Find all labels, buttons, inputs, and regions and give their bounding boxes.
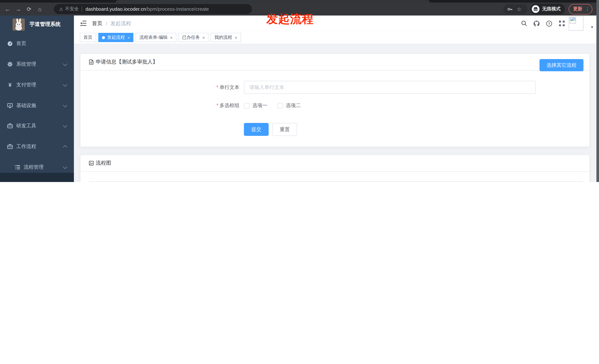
sidebar-item-label: 支付管理: [16, 82, 36, 88]
sidebar-item-system[interactable]: 系统管理: [0, 55, 74, 74]
flow-card-header: 流程图: [80, 155, 589, 172]
briefcase-icon: [7, 144, 13, 150]
apply-info-card-header: 申请信息【测试多审批人】 选择其它流程: [80, 54, 589, 70]
url-path: /bpm/process-instance/create: [146, 6, 209, 12]
github-icon[interactable]: [530, 16, 543, 31]
address-bar[interactable]: ⚠ 不安全 dashboard.yudao.iocoder.cn/bpm/pro…: [54, 4, 252, 14]
breadcrumb-home[interactable]: 首页: [92, 20, 102, 27]
url-divider: [82, 7, 82, 12]
avatar[interactable]: [569, 16, 583, 31]
browser-right-controls: ☆ 无痕模式 更新 ⋮: [503, 3, 592, 16]
bpmn-canvas[interactable]: 1.1 1.2: [89, 181, 583, 182]
image-icon: [89, 161, 94, 166]
app-logo-avatar: [13, 18, 25, 30]
browser-active-tab[interactable]: [116, 0, 430, 3]
sidebar: 芋道管理系统 首页 系统管理 ¥ 支付管理 基础设施: [0, 16, 74, 182]
page-scrollbar[interactable]: [596, 0, 599, 182]
checkbox-box[interactable]: [277, 103, 283, 108]
breadcrumb: 首页 / 发起流程: [92, 16, 131, 31]
sidebar-item-label: 基础设施: [16, 102, 36, 109]
browser-menu-icon[interactable]: ⋮: [585, 7, 590, 11]
sidebar-item-task-mgmt[interactable]: 任务管理: [0, 179, 74, 182]
sidebar-item-payment[interactable]: ¥ 支付管理: [0, 76, 74, 94]
sidebar-item-home[interactable]: 首页: [0, 34, 74, 53]
tag-my-process[interactable]: 我的流程 ×: [211, 33, 241, 42]
close-icon[interactable]: ×: [235, 35, 237, 40]
chevron-down-icon: [63, 62, 67, 66]
home-icon[interactable]: ⌂: [34, 6, 45, 12]
flow-diagram-card: 流程图: [80, 155, 590, 182]
field-label: *单行文本: [188, 84, 239, 91]
back-icon[interactable]: ←: [2, 6, 13, 12]
single-line-text-input[interactable]: [244, 81, 536, 94]
reload-icon[interactable]: ⟳: [24, 6, 34, 12]
close-icon[interactable]: ×: [170, 35, 173, 40]
app-title: 芋道管理系统: [30, 21, 61, 28]
app-logo-row[interactable]: 芋道管理系统: [0, 17, 74, 32]
extensions-area: ☆: [503, 4, 527, 14]
tag-done-tasks[interactable]: 已办任务 ×: [178, 33, 209, 42]
close-icon[interactable]: ×: [127, 35, 130, 40]
tag-create-process[interactable]: 发起流程 ×: [98, 33, 133, 42]
flow-card-title: 流程图: [96, 160, 111, 167]
sidebar-item-process-mgmt[interactable]: 流程管理: [0, 158, 74, 177]
sidebar-item-label: 系统管理: [16, 61, 36, 68]
help-icon[interactable]: ?: [543, 16, 555, 31]
sidebar-item-label: 流程管理: [24, 164, 44, 170]
bpmn-diagram: 1.1 1.2: [89, 181, 583, 182]
dashboard-icon: [7, 41, 13, 47]
key-icon[interactable]: [507, 6, 513, 12]
forward-icon[interactable]: →: [13, 6, 24, 12]
breadcrumb-current: 发起流程: [110, 20, 131, 27]
sidebar-item-label: 工作流程: [16, 143, 36, 150]
close-icon[interactable]: ×: [203, 35, 205, 40]
document-icon: [89, 59, 94, 65]
checkbox-box[interactable]: [244, 103, 249, 108]
chevron-down-icon: [63, 82, 67, 87]
tag-home[interactable]: 首页: [80, 33, 96, 42]
annotation-text: 发起流程: [266, 11, 314, 27]
gear-icon: [7, 61, 13, 67]
chevron-up-icon: [63, 145, 67, 149]
url-host: dashboard.yudao.iocoder.cn: [86, 6, 146, 12]
form-row-checkbox: *多选框组 选项一 选项二: [188, 102, 311, 109]
tree-list-icon: [14, 164, 20, 170]
incognito-icon: [532, 5, 539, 13]
search-icon[interactable]: [518, 16, 530, 31]
checkbox-option-2[interactable]: 选项二: [277, 102, 301, 109]
sidebar-item-infra[interactable]: 基础设施: [0, 96, 74, 115]
not-secure-label: 不安全: [65, 6, 79, 12]
active-tag-dot: [102, 36, 105, 39]
choose-other-process-button[interactable]: 选择其它流程: [539, 59, 583, 71]
tags-view-bar: 首页 发起流程 × 流程表单-编辑 × 已办任务 × 我的流程 ×: [74, 31, 599, 44]
not-secure-warning-icon: ⚠: [59, 7, 63, 12]
submit-button[interactable]: 提交: [244, 123, 269, 136]
sidebar-item-devtools[interactable]: 研发工具: [0, 117, 74, 135]
update-label: 更新: [573, 6, 582, 12]
apply-info-card: 申请信息【测试多审批人】 选择其它流程 *单行文本 *多选框组 选项一 选项二: [80, 53, 590, 147]
bookmark-star-icon[interactable]: ☆: [517, 6, 521, 12]
sidebar-item-label: 首页: [16, 40, 26, 47]
monitor-icon: [7, 103, 13, 109]
incognito-badge: 无痕模式: [530, 4, 565, 14]
field-label: *多选框组: [188, 102, 239, 109]
sidebar-item-workflow[interactable]: 工作流程: [0, 137, 74, 156]
reset-button[interactable]: 重置: [272, 123, 297, 136]
app-header: 首页 / 发起流程 ? TT ▾: [74, 16, 599, 31]
chevron-down-icon: [63, 103, 67, 107]
yen-icon: ¥: [7, 82, 13, 88]
form-actions: 提交 重置: [244, 123, 297, 136]
checkbox-option-1[interactable]: 选项一: [244, 102, 267, 109]
incognito-label: 无痕模式: [542, 6, 561, 12]
sidebar-item-label: 研发工具: [16, 123, 36, 129]
sidebar-collapse-icon[interactable]: [80, 20, 87, 26]
update-chip[interactable]: 更新 ⋮: [569, 4, 592, 14]
apply-info-title: 申请信息【测试多审批人】: [96, 59, 158, 65]
chevron-down-icon: [63, 165, 67, 169]
fullscreen-icon[interactable]: [555, 16, 568, 31]
avatar-dropdown-caret-icon[interactable]: ▾: [591, 25, 593, 30]
main-content: 申请信息【测试多审批人】 选择其它流程 *单行文本 *多选框组 选项一 选项二: [74, 43, 596, 182]
tag-process-form-edit[interactable]: 流程表单-编辑 ×: [136, 33, 176, 42]
chevron-down-icon: [63, 123, 67, 127]
toolbox-icon: [7, 123, 13, 129]
